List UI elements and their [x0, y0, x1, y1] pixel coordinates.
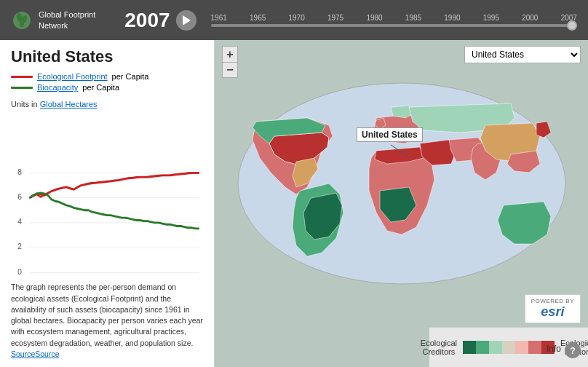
esri-powered-text: POWERED BY [531, 298, 574, 304]
legend-item-footprint: Ecological Footprint per Capita [11, 72, 203, 81]
svg-text:8: 8 [17, 167, 22, 176]
country-title: United States [11, 47, 203, 66]
svg-text:0: 0 [17, 267, 22, 276]
creditors-label: Ecological Creditors [421, 339, 457, 356]
zoom-in-button[interactable]: + [222, 46, 238, 62]
us-map-label: United States [357, 127, 423, 142]
logo-area: Global Footprint Network [11, 9, 95, 31]
year-display: 2007 [124, 9, 170, 32]
left-panel: United States Ecological Footprint per C… [0, 40, 215, 367]
footprint-legend-label[interactable]: Ecological Footprint [37, 72, 108, 81]
color-scale [463, 341, 555, 354]
info-button[interactable]: ? [565, 342, 581, 358]
svg-text:4: 4 [17, 217, 22, 226]
swatch-creditor-light [489, 341, 502, 354]
description-text: The graph represents the per-person dema… [11, 282, 203, 360]
swatch-creditor-mid [476, 341, 489, 354]
logo-icon [11, 9, 33, 31]
units-text: Units in Global Hectares [11, 100, 203, 108]
right-panel: United States China Germany Brazil India… [215, 40, 588, 367]
footprint-line-swatch [11, 76, 33, 78]
play-icon [183, 15, 191, 25]
source-anchor[interactable]: Source [35, 350, 59, 358]
info-label: Info [547, 344, 561, 354]
swatch-neutral [502, 341, 515, 354]
map-container: United States [215, 40, 588, 327]
biocapacity-suffix: per Capita [82, 83, 119, 92]
svg-point-3 [20, 21, 24, 27]
esri-badge: POWERED BY esri [525, 294, 581, 323]
country-dropdown-container[interactable]: United States China Germany Brazil India [464, 46, 581, 63]
biocapacity-legend-label[interactable]: Biocapacity [37, 83, 78, 92]
play-button[interactable] [176, 10, 196, 31]
chart-container: 0 2 4 6 8 1970 1980 1990 2000 [11, 112, 203, 278]
svg-text:6: 6 [17, 192, 22, 201]
timeline-labels: 1961 1965 1970 1975 1980 1985 1990 1995 … [211, 14, 577, 22]
biocapacity-line-swatch [11, 87, 33, 89]
legend-item-biocapacity: Biocapacity per Capita [11, 83, 203, 92]
units-link[interactable]: Global Hectares [40, 100, 98, 108]
timeline-thumb[interactable] [567, 20, 577, 31]
esri-logo: esri [541, 304, 564, 320]
zoom-controls[interactable]: + − [222, 46, 238, 78]
logo-text: Global Footprint Network [39, 9, 95, 31]
header: Global Footprint Network 2007 1961 1965 … [0, 0, 588, 40]
timeline[interactable]: 1961 1965 1970 1975 1980 1985 1990 1995 … [211, 13, 577, 28]
timeline-track[interactable] [211, 24, 577, 27]
country-select[interactable]: United States China Germany Brazil India [464, 46, 581, 63]
zoom-out-button[interactable]: − [222, 62, 238, 78]
main-content: United States Ecological Footprint per C… [0, 40, 588, 367]
swatch-creditor-dark [463, 341, 476, 354]
svg-text:2: 2 [17, 242, 22, 251]
swatch-debtor-light [515, 341, 528, 354]
bottom-legend-bar: Ecological Creditors Ecological Debtors … [429, 327, 588, 367]
world-map[interactable] [234, 78, 569, 289]
chart-legend: Ecological Footprint per Capita Biocapac… [11, 72, 203, 94]
source-link[interactable]: Source [11, 350, 35, 358]
footprint-suffix: per Capita [112, 72, 149, 81]
swatch-debtor-mid [528, 341, 541, 354]
chart-svg: 0 2 4 6 8 1970 1980 1990 2000 [11, 112, 203, 278]
